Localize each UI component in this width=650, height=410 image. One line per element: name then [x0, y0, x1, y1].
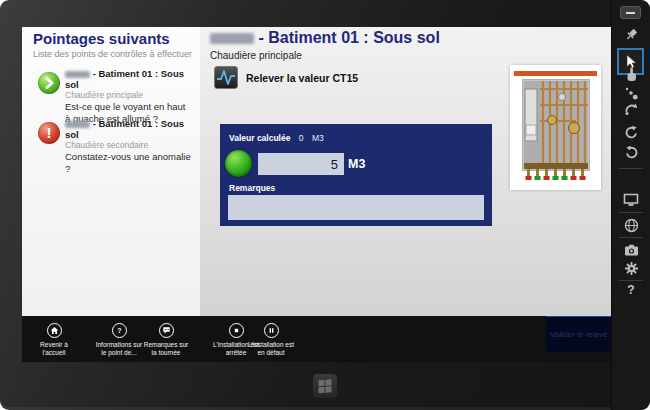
simulator-toolbar: ?: [611, 0, 650, 410]
rotate-gesture-icon: [624, 102, 638, 116]
computed-value-row: Valeur calculée 0 M3: [229, 133, 324, 143]
page-subtitle: Liste des points de contrôles à effectue…: [33, 49, 192, 59]
validate-button[interactable]: Valider le relevé: [546, 316, 612, 352]
minimize-button[interactable]: [620, 6, 641, 19]
pinch-zoom-button[interactable]: [612, 84, 650, 101]
remarks-label: Remarques: [229, 183, 275, 193]
set-location-button[interactable]: [612, 217, 650, 234]
item-question: Constatez-vous une anomalie ?: [65, 151, 193, 174]
help-icon: ?: [627, 283, 634, 297]
simulator-window: Pointages suivants Liste des points de c…: [0, 0, 650, 410]
installation-fault-button[interactable]: L'installation est en défaut: [239, 323, 303, 356]
computed-unit: M3: [312, 133, 324, 143]
home-icon: [47, 323, 62, 338]
pin-icon: [624, 27, 639, 42]
minimize-icon: [626, 12, 635, 14]
pulse-gauge-icon: [214, 66, 238, 89]
rotate-clockwise-icon: [624, 125, 639, 140]
item-title: - Batiment 01 : Sous sol: [65, 68, 193, 90]
computed-value: 0: [299, 133, 304, 143]
change-resolution-button[interactable]: [612, 191, 650, 208]
main-content: - Batiment 01 : Sous sol Chaudière princ…: [200, 27, 612, 316]
toolbar-separator: [619, 237, 643, 238]
remarks-button[interactable]: Remarques sur la tournée: [134, 323, 198, 356]
app-screen: Pointages suivants Liste des points de c…: [22, 27, 612, 362]
remarks-textarea[interactable]: [228, 195, 484, 220]
heating-installation-photo[interactable]: [510, 65, 601, 190]
gear-icon: [624, 261, 639, 276]
value-form-panel: Valeur calculée 0 M3 M3 Remarques: [220, 124, 492, 226]
redacted-name: [65, 71, 90, 78]
unit-label: M3: [348, 157, 365, 171]
toolbar-separator: [619, 212, 643, 213]
exclamation-glyph: !: [38, 124, 60, 141]
hand-pointer-icon: [625, 67, 638, 82]
validate-button-label: Valider le relevé: [551, 330, 608, 339]
command-label: L'installation est en défaut: [239, 341, 303, 356]
command-label: Revenir à l'accueil: [30, 341, 78, 356]
task-label: Relever la valeur CT15: [246, 72, 358, 84]
redacted-name: [210, 33, 254, 44]
command-label: Remarques sur la tournée: [134, 341, 198, 356]
toolbar-separator: [619, 168, 643, 169]
monitor-icon: [623, 193, 639, 207]
item-title: - Batiment 01 : Sous sol: [65, 118, 193, 140]
pinch-zoom-icon: [624, 86, 638, 100]
question-icon: ?: [112, 323, 127, 338]
home-button[interactable]: Revenir à l'accueil: [30, 323, 78, 356]
settings-button[interactable]: [612, 260, 650, 277]
page-title: Pointages suivants: [33, 30, 170, 47]
touch-mode-button[interactable]: [612, 66, 650, 83]
pin-button[interactable]: [612, 26, 650, 42]
help-button[interactable]: ?: [612, 283, 650, 297]
rotate-gesture-button[interactable]: [612, 101, 650, 117]
status-sphere-green: [225, 150, 252, 177]
screenshot-button[interactable]: [612, 242, 650, 258]
rotate-counterclockwise-button[interactable]: [612, 144, 650, 161]
rotate-clockwise-button[interactable]: [612, 124, 650, 141]
comment-icon: [159, 323, 174, 338]
rotate-counterclockwise-icon: [624, 145, 639, 160]
pause-icon: [264, 323, 279, 338]
windows-home-button[interactable]: [312, 373, 338, 399]
main-subtitle: Chaudière principale: [210, 50, 302, 61]
pointages-panel: Pointages suivants Liste des points de c…: [22, 27, 200, 316]
computed-value-label: Valeur calculée: [229, 133, 290, 143]
camera-icon: [624, 244, 639, 256]
windows-logo-icon: [317, 378, 333, 394]
redacted-name: [65, 121, 90, 128]
item-equipment: Chaudière secondaire: [65, 140, 193, 151]
main-title: - Batiment 01 : Sous sol: [210, 29, 440, 47]
alert-red-icon: !: [38, 122, 60, 144]
item-equipment: Chaudière principale: [65, 90, 193, 101]
toolbar-separator: [619, 280, 643, 281]
value-input[interactable]: [258, 153, 344, 175]
app-bar: Revenir à l'accueil ? Informations sur l…: [22, 316, 612, 362]
svg-text:?: ?: [117, 327, 121, 334]
globe-icon: [624, 218, 639, 233]
chevron-right-green-icon: [38, 72, 60, 94]
